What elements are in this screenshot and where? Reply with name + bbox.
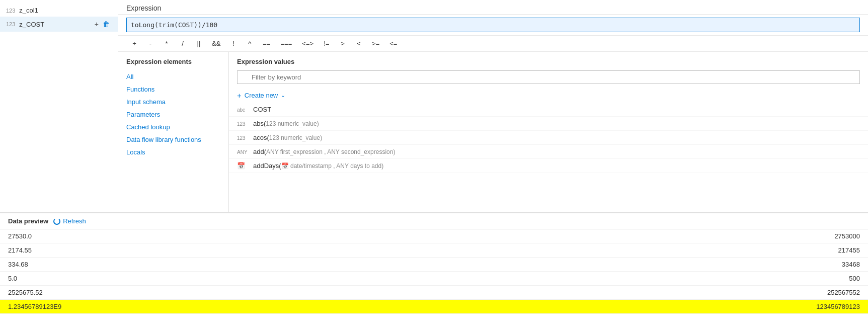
add-item-button[interactable]: + [93, 19, 101, 29]
sidebar-badge: 123 [6, 8, 15, 14]
type-badge: 123 [237, 121, 249, 127]
create-new-button[interactable]: + Create new ⌄ [229, 88, 293, 103]
operator-xx[interactable]: && [207, 38, 225, 49]
expression-values-panel: Expression values 🔍 + Create new ⌄ abcCO [229, 52, 868, 212]
value-item[interactable]: 123acos(123 numeric_value) [229, 131, 868, 145]
refresh-button[interactable]: Refresh [53, 217, 86, 225]
table-row: 2174.55 217455 [0, 243, 868, 258]
table-row: 5.0 500 [0, 272, 868, 286]
data-preview-title: Data preview [8, 217, 48, 225]
value-name: abs(123 numeric_value) [253, 120, 319, 127]
expr-elem-input-schema[interactable]: Input schema [118, 96, 228, 108]
bottom-panels: Expression elements AllFunctionsInput sc… [118, 52, 868, 212]
expr-elem-data-flow-library-functions[interactable]: Data flow library functions [118, 133, 228, 146]
sidebar-item-label: z_COST [19, 21, 92, 28]
expr-elem-functions[interactable]: Functions [118, 83, 228, 96]
operator-xxx[interactable]: <=> [297, 38, 319, 49]
create-new-label: Create new [245, 92, 278, 99]
operator-xx[interactable]: || [191, 38, 207, 49]
preview-right-value: 123456789123 [816, 303, 860, 310]
type-badge: 📅 [237, 162, 249, 170]
top-section: 123 z_col1 123 z_COST + 🗑 Expression +-*… [0, 0, 868, 212]
preview-right-value: 2753000 [834, 232, 860, 240]
operator-x[interactable]: ^ [242, 38, 258, 49]
type-badge: abc [237, 107, 249, 113]
preview-right-value: 33468 [842, 261, 860, 268]
value-item[interactable]: 123abs(123 numeric_value) [229, 117, 868, 131]
value-name: acos(123 numeric_value) [253, 134, 322, 141]
value-params: 123 numeric_value) [266, 120, 319, 127]
expression-panel: Expression +-*/||&&!^=====<=>!=><>=<= Ex… [118, 0, 868, 212]
value-item[interactable]: ANYadd(ANY first_expression , ANY second… [229, 145, 868, 159]
value-items-container: abcCOST123abs(123 numeric_value)123acos(… [229, 103, 868, 173]
expression-elements-panel: Expression elements AllFunctionsInput sc… [118, 52, 229, 212]
value-params: ANY first_expression , ANY second_expres… [266, 148, 395, 155]
delete-item-button[interactable]: 🗑 [101, 19, 112, 29]
preview-table: 27530.0 2753000 2174.55 217455 334.68 33… [0, 229, 868, 333]
type-badge: 123 [237, 135, 249, 141]
value-name: addDays(📅 date/timestamp , ANY days to a… [253, 162, 383, 170]
filter-input[interactable] [237, 70, 860, 84]
value-name: add(ANY first_expression , ANY second_ex… [253, 148, 395, 155]
operator-x[interactable]: + [126, 38, 142, 49]
expr-elem-cached-lookup[interactable]: Cached lookup [118, 121, 228, 133]
preview-left-value: 27530.0 [8, 232, 32, 240]
expr-elem-locals[interactable]: Locals [118, 146, 228, 158]
value-item[interactable]: abcCOST [229, 103, 868, 117]
operator-xx[interactable]: != [319, 38, 335, 49]
operator-x[interactable]: / [175, 38, 191, 49]
sidebar: 123 z_col1 123 z_COST + 🗑 [0, 0, 118, 212]
expr-elem-parameters[interactable]: Parameters [118, 108, 228, 121]
preview-left-value: 334.68 [8, 261, 28, 268]
table-row: 334.68 33468 [0, 258, 868, 272]
filter-input-row: 🔍 [229, 70, 868, 88]
operator-x[interactable]: - [142, 38, 159, 49]
preview-right-value: 500 [849, 275, 860, 282]
filter-input-wrap: 🔍 [237, 70, 860, 84]
expression-input-row [118, 15, 868, 36]
operator-x[interactable]: ! [225, 38, 242, 49]
operator-bar: +-*/||&&!^=====<=>!=><>=<= [118, 36, 868, 52]
operator-x[interactable]: > [335, 38, 351, 49]
sidebar-item-label: z_col1 [19, 7, 112, 14]
value-name: COST [253, 106, 271, 113]
preview-left-value: 2525675.52 [8, 289, 43, 296]
expression-elements-title: Expression elements [118, 58, 228, 70]
expression-values-title: Expression values [229, 58, 868, 70]
refresh-icon [53, 218, 60, 225]
expression-input[interactable] [126, 18, 860, 32]
expression-label: Expression [118, 0, 868, 15]
operator-xx[interactable]: <= [384, 38, 402, 49]
value-item[interactable]: 📅addDays(📅 date/timestamp , ANY days to … [229, 159, 868, 173]
chevron-down-icon: ⌄ [281, 92, 285, 99]
preview-right-value: 217455 [838, 246, 860, 254]
preview-left-value: 1.23456789123E9 [8, 303, 61, 310]
data-preview-header: Data preview Refresh [0, 213, 868, 229]
operator-xxx[interactable]: === [276, 38, 297, 49]
sidebar-badge: 123 [6, 21, 15, 27]
main-container: 123 z_col1 123 z_COST + 🗑 Expression +-*… [0, 0, 868, 333]
table-row: 1.23456789123E9 123456789123 [0, 300, 868, 314]
operator-xx[interactable]: == [258, 38, 275, 49]
sidebar-item-col1[interactable]: 123 z_col1 [0, 4, 118, 17]
value-params: 📅 date/timestamp , ANY days to add) [281, 162, 384, 170]
plus-icon: + [237, 91, 242, 100]
preview-left-value: 2174.55 [8, 246, 32, 254]
refresh-label: Refresh [63, 217, 86, 225]
value-params: 123 numeric_value) [269, 134, 322, 141]
data-preview-section: Data preview Refresh 27530.0 2753000 217… [0, 212, 868, 333]
preview-left-value: 5.0 [8, 275, 17, 282]
preview-right-value: 252567552 [827, 289, 860, 296]
expr-elem-all[interactable]: All [118, 70, 228, 83]
operator-x[interactable]: < [351, 38, 367, 49]
type-badge: ANY [237, 149, 249, 155]
sidebar-item-cost[interactable]: 123 z_COST + 🗑 [0, 17, 118, 32]
table-row: 2525675.52 252567552 [0, 286, 868, 300]
operator-xx[interactable]: >= [367, 38, 384, 49]
table-row: 27530.0 2753000 [0, 229, 868, 243]
operator-x[interactable]: * [159, 38, 175, 49]
